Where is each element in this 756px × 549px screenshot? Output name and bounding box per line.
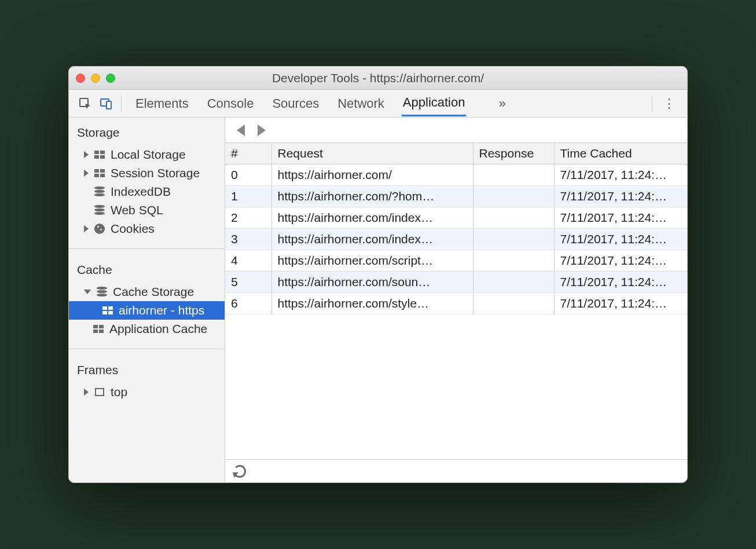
cache-footer xyxy=(225,459,687,482)
col-time[interactable]: Time Cached xyxy=(554,143,687,164)
sidebar-divider xyxy=(69,349,225,349)
cell-time: 7/11/2017, 11:24:… xyxy=(554,293,687,314)
inspect-element-icon[interactable] xyxy=(75,93,96,114)
toolbar-divider xyxy=(652,96,652,112)
cell-num: 6 xyxy=(225,293,271,314)
database-icon xyxy=(93,186,106,197)
expand-icon xyxy=(84,225,89,232)
sidebar-divider xyxy=(69,248,225,249)
tabs-overflow-icon[interactable]: » xyxy=(498,96,505,111)
cookie-icon xyxy=(93,224,106,234)
sidebar-section-frames: Frames top xyxy=(69,355,225,406)
panel-body: Storage Local Storage Session Storage In… xyxy=(69,118,687,482)
cell-request: https://airhorner.com/index… xyxy=(271,229,473,250)
table-row[interactable]: 0https://airhorner.com/7/11/2017, 11:24:… xyxy=(225,164,687,186)
cell-num: 1 xyxy=(225,186,271,207)
cell-time: 7/11/2017, 11:24:… xyxy=(554,207,687,229)
table-row[interactable]: 1https://airhorner.com/?hom…7/11/2017, 1… xyxy=(225,186,687,207)
sidebar-item-label: IndexedDB xyxy=(111,185,171,199)
svg-rect-2 xyxy=(107,101,111,109)
cell-time: 7/11/2017, 11:24:… xyxy=(554,250,687,272)
table-header-row: # Request Response Time Cached xyxy=(225,143,687,164)
cell-response xyxy=(473,229,554,250)
cell-response xyxy=(473,207,554,229)
sidebar-item-label: airhorner - https xyxy=(119,303,204,317)
grid-icon xyxy=(92,324,105,334)
sidebar-item-session-storage[interactable]: Session Storage xyxy=(69,164,225,182)
cell-time: 7/11/2017, 11:24:… xyxy=(554,229,687,250)
sidebar-section-cache: Cache Cache Storage airhorner - https Ap… xyxy=(69,255,225,343)
device-toolbar-icon[interactable] xyxy=(96,93,116,114)
sidebar-item-label: top xyxy=(111,385,127,399)
cell-num: 5 xyxy=(225,272,271,293)
sidebar-item-application-cache[interactable]: Application Cache xyxy=(69,320,225,338)
sidebar-item-local-storage[interactable]: Local Storage xyxy=(69,145,225,164)
cell-num: 4 xyxy=(225,250,271,272)
cell-request: https://airhorner.com/soun… xyxy=(271,272,473,293)
table-row[interactable]: 3https://airhorner.com/index…7/11/2017, … xyxy=(225,229,687,250)
more-options-icon[interactable]: ⋮ xyxy=(657,96,681,111)
table-row[interactable]: 2https://airhorner.com/index…7/11/2017, … xyxy=(225,207,687,229)
cache-nav-strip xyxy=(225,118,687,143)
zoom-window-button[interactable] xyxy=(106,74,115,83)
table-row[interactable]: 5https://airhorner.com/soun…7/11/2017, 1… xyxy=(225,272,687,293)
frame-icon xyxy=(93,387,106,397)
tab-console[interactable]: Console xyxy=(206,92,255,116)
cell-response xyxy=(473,272,554,293)
col-index[interactable]: # xyxy=(225,143,271,164)
sidebar-item-frame-top[interactable]: top xyxy=(69,383,225,401)
tab-network[interactable]: Network xyxy=(336,92,386,116)
cell-time: 7/11/2017, 11:24:… xyxy=(554,272,687,293)
expand-icon xyxy=(84,389,89,396)
col-response[interactable]: Response xyxy=(473,143,554,164)
tab-sources[interactable]: Sources xyxy=(271,92,320,116)
minimize-window-button[interactable] xyxy=(91,74,100,83)
window-controls xyxy=(76,74,115,83)
sidebar-item-cookies[interactable]: Cookies xyxy=(69,219,225,238)
tab-elements[interactable]: Elements xyxy=(134,92,190,116)
cell-request: https://airhorner.com/?hom… xyxy=(271,186,473,207)
sidebar-item-label: Web SQL xyxy=(111,203,163,217)
close-window-button[interactable] xyxy=(76,74,85,83)
toolbar-divider xyxy=(121,96,122,112)
database-icon xyxy=(93,205,106,215)
sidebar-item-cache-airhorner[interactable]: airhorner - https xyxy=(69,301,225,320)
cell-request: https://airhorner.com/ xyxy=(271,164,473,186)
grid-icon xyxy=(93,168,106,178)
application-sidebar: Storage Local Storage Session Storage In… xyxy=(69,118,225,482)
cell-num: 0 xyxy=(225,164,271,186)
sidebar-item-label: Cookies xyxy=(111,222,155,236)
cell-response xyxy=(473,250,554,272)
devtools-toolbar: Elements Console Sources Network Applica… xyxy=(69,90,687,118)
expand-icon xyxy=(84,170,89,177)
table-row[interactable]: 6https://airhorner.com/style…7/11/2017, … xyxy=(225,293,687,314)
panel-tabs: Elements Console Sources Network Applica… xyxy=(134,90,506,116)
refresh-icon[interactable] xyxy=(233,465,246,478)
cache-table: # Request Response Time Cached 0https://… xyxy=(225,143,687,459)
sidebar-item-label: Cache Storage xyxy=(113,285,194,299)
cell-request: https://airhorner.com/index… xyxy=(271,207,473,229)
tab-application[interactable]: Application xyxy=(402,90,467,116)
titlebar: Developer Tools - https://airhorner.com/ xyxy=(69,67,687,90)
sidebar-section-title: Frames xyxy=(69,363,225,383)
table-row[interactable]: 4https://airhorner.com/script…7/11/2017,… xyxy=(225,250,687,272)
cell-request: https://airhorner.com/script… xyxy=(271,250,473,272)
sidebar-item-websql[interactable]: Web SQL xyxy=(69,201,225,219)
nav-forward-icon[interactable] xyxy=(258,125,266,136)
sidebar-section-title: Storage xyxy=(69,126,225,145)
sidebar-item-label: Application Cache xyxy=(109,322,207,336)
expand-icon xyxy=(84,151,89,158)
cell-time: 7/11/2017, 11:24:… xyxy=(554,164,687,186)
nav-back-icon[interactable] xyxy=(237,125,245,136)
cell-request: https://airhorner.com/style… xyxy=(271,293,473,314)
sidebar-item-indexeddb[interactable]: IndexedDB xyxy=(69,182,225,201)
sidebar-section-title: Cache xyxy=(69,263,225,283)
grid-icon xyxy=(93,149,106,160)
cell-response xyxy=(473,186,554,207)
sidebar-item-label: Session Storage xyxy=(111,166,200,180)
database-icon xyxy=(96,287,108,297)
sidebar-item-label: Local Storage xyxy=(111,148,186,162)
cell-response xyxy=(473,164,554,186)
sidebar-item-cache-storage[interactable]: Cache Storage xyxy=(69,283,225,301)
col-request[interactable]: Request xyxy=(271,143,473,164)
